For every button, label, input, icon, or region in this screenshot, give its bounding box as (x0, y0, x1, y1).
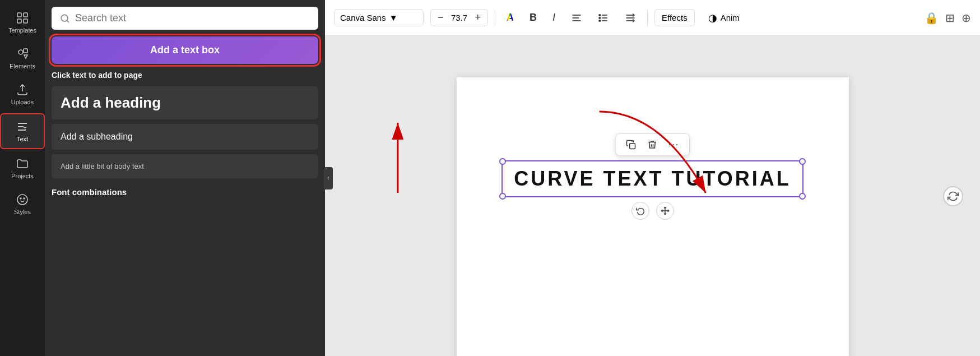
bold-button[interactable]: B (525, 8, 541, 27)
copy-icon (626, 140, 636, 150)
decrease-font-size-button[interactable]: − (435, 12, 446, 24)
spacing-button[interactable] (620, 9, 640, 27)
search-icon (59, 13, 71, 24)
folder-icon (16, 157, 29, 170)
list-button[interactable] (593, 9, 614, 27)
add-subheading-option[interactable]: Add a subheading (52, 124, 318, 150)
collapse-panel-toggle[interactable]: ‹ (324, 167, 333, 189)
toolbar-divider-1 (495, 10, 495, 26)
svg-rect-24 (630, 144, 635, 149)
search-input[interactable] (75, 12, 310, 24)
spacing-icon (625, 12, 636, 24)
canvas-textbox[interactable]: CURVE TEXT TUTORIAL (501, 160, 803, 197)
list-icon (598, 12, 609, 24)
sidebar-item-label: Templates (8, 27, 36, 34)
move-icon (661, 206, 670, 215)
top-right-icons: 🔒 ⊞ ⊕ (925, 11, 971, 25)
svg-rect-2 (17, 19, 21, 23)
curve-text-content: CURVE TEXT TUTORIAL (514, 167, 791, 191)
toolbar-divider-2 (647, 10, 648, 26)
animate-button[interactable]: ◑ Anim (702, 8, 746, 27)
font-size-control: − 73.7 + (430, 9, 488, 26)
curve-refresh-button[interactable]: + (943, 186, 963, 206)
bold-icon: B (530, 12, 537, 24)
sidebar-icons: Templates Elements Uploads T Text (0, 0, 45, 356)
effects-label: Effects (662, 13, 688, 22)
left-panel: Add a text box Click text to add to page… (45, 0, 325, 356)
handle-top-left[interactable] (499, 158, 506, 165)
svg-point-9 (20, 198, 21, 199)
align-icon (571, 12, 582, 24)
svg-point-11 (61, 15, 68, 21)
rotate-handle[interactable] (631, 202, 649, 220)
top-toolbar: Canva Sans ▼ − 73.7 + A B I (325, 0, 980, 36)
svg-point-18 (599, 14, 601, 16)
font-color-icon: A (507, 12, 514, 24)
search-box (52, 7, 318, 30)
italic-button[interactable]: I (548, 8, 560, 27)
effects-button[interactable]: Effects (654, 9, 695, 26)
copy-page-icon[interactable]: ⊞ (945, 11, 955, 25)
sidebar-item-styles[interactable]: Styles (0, 187, 45, 221)
font-family-selector[interactable]: Canva Sans ▼ (334, 9, 424, 26)
lock-icon[interactable]: 🔒 (925, 11, 939, 25)
more-options-button[interactable]: ··· (665, 137, 682, 152)
svg-text:+: + (955, 197, 958, 202)
elements-icon (16, 47, 29, 61)
sidebar-item-label: Elements (10, 63, 35, 70)
handle-top-right[interactable] (799, 158, 806, 165)
svg-point-4 (18, 50, 23, 54)
more-icon: ··· (668, 140, 679, 150)
sidebar-item-label: Uploads (11, 99, 34, 105)
canvas-area: ··· CURVE TEXT TUTORIAL (325, 36, 980, 356)
add-page-icon[interactable]: ⊕ (962, 11, 971, 25)
copy-element-button[interactable] (623, 137, 639, 152)
font-combinations-label: Font combinations (52, 187, 318, 197)
svg-point-10 (24, 198, 25, 199)
sidebar-item-elements[interactable]: Elements (0, 41, 45, 75)
sidebar-item-uploads[interactable]: Uploads (0, 77, 45, 111)
add-text-box-button[interactable]: Add a text box (52, 36, 318, 64)
smiley-icon (16, 193, 29, 206)
svg-rect-3 (24, 19, 27, 23)
svg-rect-6 (24, 49, 27, 53)
text-icon: T (16, 120, 29, 133)
add-heading-option[interactable]: Add a heading (52, 86, 318, 119)
trash-icon (647, 140, 657, 150)
rotate-icon (636, 206, 645, 215)
sidebar-item-text[interactable]: T Text (0, 113, 45, 149)
upload-icon (16, 83, 29, 96)
canvas-page: ··· CURVE TEXT TUTORIAL (457, 77, 849, 356)
svg-point-19 (599, 17, 601, 19)
sidebar-item-projects[interactable]: Projects (0, 151, 45, 185)
delete-element-button[interactable] (644, 137, 661, 152)
font-name-label: Canva Sans (340, 13, 386, 22)
handle-bottom-left[interactable] (499, 193, 506, 200)
refresh-icon: + (948, 191, 959, 202)
increase-font-size-button[interactable]: + (473, 12, 484, 24)
text-floating-toolbar: ··· (615, 133, 690, 156)
bottom-handles (631, 202, 674, 220)
sidebar-item-templates[interactable]: Templates (0, 6, 45, 39)
svg-rect-1 (24, 13, 27, 17)
move-handle[interactable] (656, 202, 674, 220)
svg-rect-0 (17, 13, 21, 17)
animate-icon: ◑ (708, 12, 717, 24)
svg-text:T: T (24, 126, 27, 132)
svg-marker-5 (24, 55, 27, 58)
font-color-button[interactable]: A (502, 8, 518, 27)
click-text-instruction: Click text to add to page (52, 71, 318, 80)
animate-label: Anim (721, 13, 740, 22)
font-size-value: 73.7 (448, 13, 471, 22)
grid-icon (16, 11, 29, 25)
chevron-left-icon: ‹ (327, 175, 329, 181)
sidebar-item-label: Styles (14, 209, 31, 215)
svg-point-20 (599, 20, 601, 21)
add-body-option[interactable]: Add a little bit of body text (52, 154, 318, 178)
text-align-button[interactable] (566, 9, 587, 27)
chevron-down-icon: ▼ (389, 13, 398, 22)
handle-bottom-right[interactable] (799, 193, 806, 200)
sidebar-item-label: Projects (11, 173, 34, 179)
canvas-text-element[interactable]: ··· CURVE TEXT TUTORIAL (490, 133, 815, 220)
sidebar-item-label: Text (17, 136, 28, 142)
